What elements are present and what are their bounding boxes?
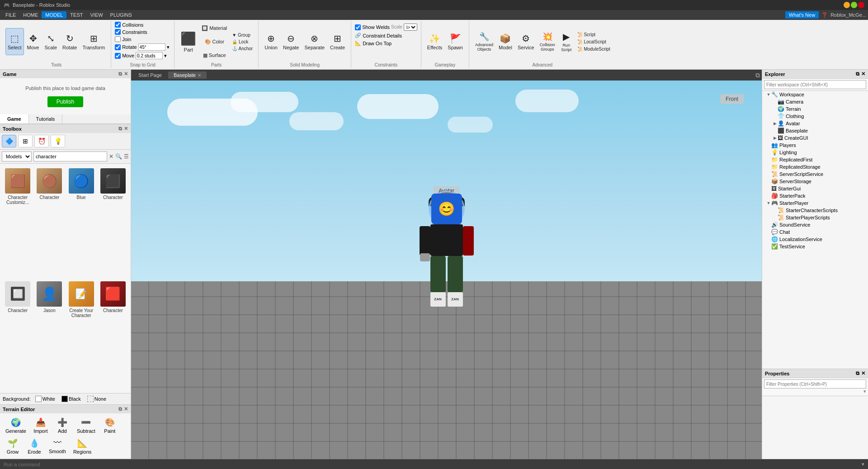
move-snap-check[interactable] bbox=[115, 53, 121, 59]
scale-btn[interactable]: ⤡ Scale bbox=[42, 28, 59, 55]
tree-item[interactable]: 📜ServerScriptService bbox=[762, 171, 868, 178]
tree-item[interactable]: 👥Players bbox=[762, 142, 868, 149]
tab-game[interactable]: Game bbox=[0, 114, 29, 123]
tree-item[interactable]: ▶🖼CreateGUI bbox=[762, 134, 868, 142]
terrain-erode-btn[interactable]: 💧 Erode bbox=[24, 437, 44, 456]
terrain-grow-btn[interactable]: 🌱 Grow bbox=[3, 437, 23, 456]
tree-item[interactable]: ▼🎮StarterPlayer bbox=[762, 199, 868, 207]
toolbox-item[interactable]: ⬛ Character bbox=[98, 166, 128, 278]
toolbox-item[interactable]: 📝 Create Your Character bbox=[66, 280, 96, 391]
tree-item[interactable]: 📜StarterPlayerScripts bbox=[762, 214, 868, 221]
tree-item[interactable]: 📷Camera bbox=[762, 98, 868, 105]
terrain-float-icon[interactable]: ⧉ bbox=[118, 406, 122, 412]
vp-expand-icon[interactable]: ⧉ bbox=[755, 71, 760, 79]
move-dropdown-arrow[interactable]: ▾ bbox=[164, 53, 167, 59]
separate-btn[interactable]: ⊗ Separate bbox=[302, 28, 327, 55]
rotate-snap-input[interactable] bbox=[138, 43, 165, 51]
scale-select[interactable]: 1x bbox=[404, 24, 417, 31]
bg-black-btn[interactable]: Black bbox=[60, 395, 83, 403]
advanced-objects-btn[interactable]: 🔧 AdvancedObjects bbox=[473, 28, 495, 55]
toolbox-item[interactable]: 🟤 Character bbox=[34, 166, 64, 278]
terrain-generate-btn[interactable]: 🌍 Generate bbox=[3, 416, 29, 435]
game-float-icon[interactable]: ⧉ bbox=[118, 71, 122, 77]
toolbox-item[interactable]: 🟥 Character bbox=[98, 280, 128, 391]
tree-item[interactable]: 📁ReplicatedStorage bbox=[762, 163, 868, 171]
lock-btn[interactable]: 🔒 Lock bbox=[230, 39, 255, 45]
search-clear-btn[interactable]: ✕ bbox=[109, 153, 113, 160]
toolbox-close-icon[interactable]: ✕ bbox=[124, 126, 128, 132]
tree-item[interactable]: ✅TestService bbox=[762, 243, 868, 250]
terrain-close-icon[interactable]: ✕ bbox=[124, 406, 128, 412]
material-btn[interactable]: 🔲 Material bbox=[199, 22, 229, 34]
script-btn[interactable]: 📜 Script bbox=[576, 32, 612, 38]
service-btn[interactable]: ⚙ Service bbox=[515, 28, 537, 55]
bottom-dropdown-arrow[interactable]: ▾ bbox=[862, 461, 864, 467]
spawn-btn[interactable]: 🚩 Spawn bbox=[445, 28, 465, 55]
explorer-float-icon[interactable]: ⧉ bbox=[856, 71, 859, 77]
union-btn[interactable]: ⊕ Union bbox=[262, 28, 280, 55]
toolbox-models-btn[interactable]: 🔷 bbox=[2, 135, 16, 147]
bg-none-btn[interactable]: None bbox=[85, 395, 108, 403]
tree-item[interactable]: 💡Lighting bbox=[762, 149, 868, 156]
tree-item[interactable]: ▶👤Avatar bbox=[762, 120, 868, 127]
tree-item[interactable]: ⬛Baseplate bbox=[762, 127, 868, 134]
show-welds-check[interactable] bbox=[355, 24, 361, 30]
tree-item[interactable]: 📁ReplicatedFirst bbox=[762, 156, 868, 163]
rotate-snap-check[interactable] bbox=[115, 44, 121, 50]
properties-close-icon[interactable]: ✕ bbox=[861, 370, 865, 376]
properties-filter-arrow[interactable]: ▾ bbox=[863, 388, 866, 394]
join-check[interactable] bbox=[115, 36, 121, 42]
tree-item[interactable]: 👕Clothing bbox=[762, 113, 868, 120]
toolbox-item[interactable]: 🔵 Blue bbox=[66, 166, 96, 278]
part-btn[interactable]: ⬛ Part bbox=[178, 26, 198, 57]
whats-new-btn[interactable]: What's New bbox=[785, 11, 819, 19]
tree-item[interactable]: 🌍Terrain bbox=[762, 105, 868, 113]
terrain-subtract-btn[interactable]: ➖ Subtract bbox=[74, 416, 98, 435]
create-btn[interactable]: ⊞ Create bbox=[328, 28, 347, 55]
terrain-import-btn[interactable]: 📥 Import bbox=[31, 416, 51, 435]
tab-tutorials[interactable]: Tutorials bbox=[29, 114, 63, 123]
tree-item[interactable]: ▼🔧Workspace bbox=[762, 91, 868, 98]
minimize-btn[interactable] bbox=[844, 2, 850, 8]
properties-float-icon[interactable]: ⧉ bbox=[856, 370, 859, 376]
group-btn[interactable]: ▼ Group bbox=[230, 32, 255, 38]
vp-tab-close[interactable]: ✕ bbox=[198, 73, 201, 78]
tree-item[interactable]: 🖼StarterGui bbox=[762, 185, 868, 192]
toolbox-search-input[interactable] bbox=[33, 152, 107, 161]
menu-model[interactable]: MODEL bbox=[42, 11, 66, 19]
modulescript-btn[interactable]: 📜 ModuleScript bbox=[576, 46, 612, 52]
localscript-btn[interactable]: 📜 LocalScript bbox=[576, 39, 612, 45]
color-btn[interactable]: 🎨 Color bbox=[199, 35, 229, 48]
constraints-check[interactable] bbox=[115, 29, 121, 35]
terrain-add-btn[interactable]: ➕ Add bbox=[52, 416, 72, 435]
menu-view[interactable]: VIEW bbox=[86, 11, 106, 19]
menu-test[interactable]: TEST bbox=[66, 11, 86, 19]
model-type-dropdown[interactable]: Models Decals Audio bbox=[2, 152, 32, 161]
surface-btn[interactable]: ▦ Surface bbox=[199, 49, 229, 62]
vp-tab-start[interactable]: Start Page bbox=[133, 71, 167, 79]
terrain-regions-btn[interactable]: 📐 Regions bbox=[71, 437, 94, 456]
menu-plugins[interactable]: PLUGINS bbox=[107, 11, 136, 19]
tree-item[interactable]: 💬Chat bbox=[762, 228, 868, 236]
menu-file[interactable]: FILE bbox=[2, 11, 19, 19]
bg-white-btn[interactable]: White bbox=[33, 395, 57, 403]
terrain-paint-btn[interactable]: 🎨 Paint bbox=[100, 416, 120, 435]
toolbox-item[interactable]: 👤 Jason bbox=[34, 280, 64, 391]
explorer-filter-input[interactable] bbox=[764, 80, 866, 89]
transform-btn[interactable]: ⊞ Transform bbox=[80, 28, 107, 55]
menu-home[interactable]: HOME bbox=[19, 11, 42, 19]
negate-btn[interactable]: ⊖ Negate bbox=[281, 28, 301, 55]
rotate-btn[interactable]: ↻ Rotate bbox=[60, 28, 79, 55]
vp-tab-baseplate[interactable]: Baseplate ✕ bbox=[168, 71, 207, 79]
run-script-btn[interactable]: ▶ RunScript bbox=[558, 28, 575, 55]
publish-btn[interactable]: Publish bbox=[47, 96, 83, 107]
viewport-canvas[interactable]: Avatar Front 😊 bbox=[131, 81, 762, 459]
search-submit-btn[interactable]: 🔍 bbox=[115, 153, 122, 160]
maximize-btn[interactable] bbox=[851, 2, 857, 8]
tree-item[interactable]: 📦ServerStorage bbox=[762, 178, 868, 185]
anchor-btn[interactable]: ⚓ Anchor bbox=[230, 46, 255, 52]
move-snap-input[interactable] bbox=[136, 52, 163, 59]
command-input[interactable] bbox=[4, 462, 862, 467]
toolbox-item[interactable]: 🔲 Character bbox=[3, 280, 33, 391]
move-btn[interactable]: ✥ Move bbox=[25, 28, 42, 55]
